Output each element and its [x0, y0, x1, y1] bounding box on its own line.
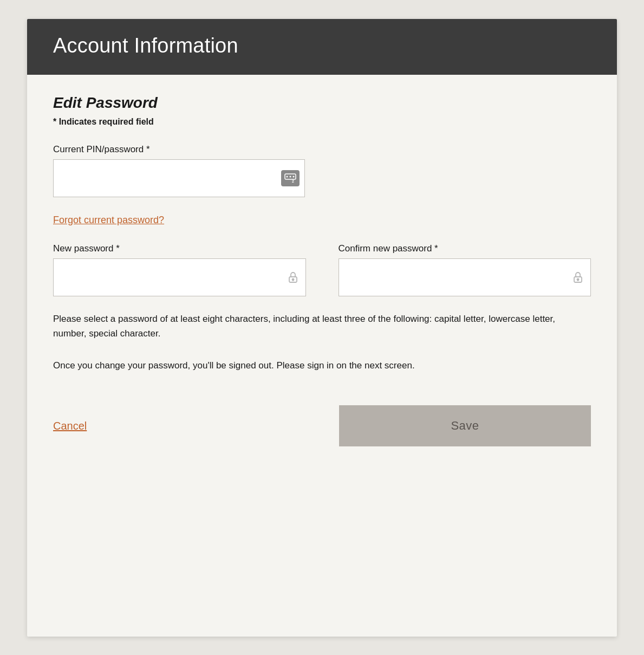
save-button[interactable]: Save [339, 405, 591, 446]
confirm-password-lock-icon [571, 271, 584, 284]
new-password-lock-icon [287, 271, 300, 284]
card-body: Edit Password * Indicates required field… [27, 75, 617, 473]
svg-point-2 [290, 176, 291, 177]
svg-point-9 [577, 278, 579, 280]
current-password-label: Current PIN/password * [53, 144, 591, 155]
current-password-input[interactable] [53, 159, 305, 197]
signout-info-text: Once you change your password, you'll be… [53, 358, 541, 373]
cancel-link[interactable]: Cancel [53, 420, 87, 432]
new-password-input[interactable] [53, 258, 306, 296]
password-hint-text: Please select a password of at least eig… [53, 312, 584, 341]
page-title: Account Information [53, 34, 591, 57]
svg-point-3 [293, 176, 295, 177]
confirm-password-input[interactable] [339, 258, 591, 296]
confirm-password-group: Confirm new password * [339, 243, 591, 296]
actions-row: Cancel Save [53, 405, 591, 446]
required-note: * Indicates required field [53, 117, 591, 127]
confirm-password-label: Confirm new password * [339, 243, 591, 254]
password-row: New password * Confirm new password * [53, 243, 591, 296]
svg-point-6 [292, 278, 294, 280]
current-password-wrapper: 2 [53, 159, 305, 197]
new-password-wrapper [53, 258, 306, 296]
forgot-password-link[interactable]: Forgot current password? [53, 215, 164, 226]
card-header: Account Information [27, 19, 617, 75]
section-title: Edit Password [53, 94, 591, 112]
svg-text:2: 2 [292, 179, 294, 183]
current-password-group: Current PIN/password * 2 [53, 144, 591, 197]
new-password-label: New password * [53, 243, 306, 254]
password-manager-icon: 2 [281, 170, 300, 186]
new-password-group: New password * [53, 243, 306, 296]
confirm-password-wrapper [339, 258, 591, 296]
account-information-card: Account Information Edit Password * Indi… [27, 19, 617, 637]
svg-point-1 [287, 176, 288, 177]
